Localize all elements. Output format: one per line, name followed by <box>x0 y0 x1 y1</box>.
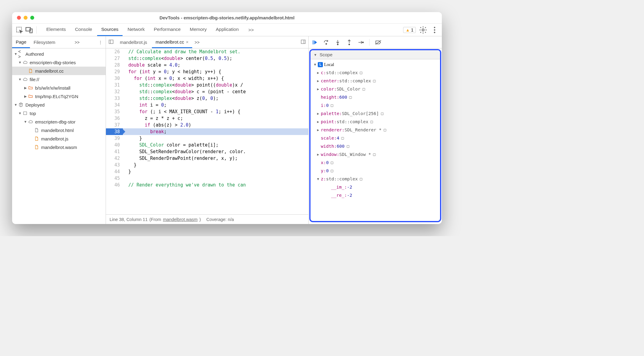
scope-variable[interactable]: __re_: -2 <box>310 191 440 199</box>
more-tabs-button[interactable]: >> <box>244 24 258 36</box>
code-line[interactable]: 39 } <box>106 135 308 142</box>
editor-tab-mandelbrot-js[interactable]: mandelbrot.js <box>116 37 151 48</box>
scope-variable[interactable]: scale: 4 <box>310 134 440 142</box>
close-tab-icon[interactable]: × <box>186 39 189 44</box>
debugger-sidebar: ▼Scope ▼LLocal ▶c: std::complex▶center: … <box>309 36 442 224</box>
scope-variable[interactable]: height: 600 <box>310 93 440 101</box>
scope-header[interactable]: ▼Scope <box>310 50 440 59</box>
inspect-icon[interactable] <box>15 26 24 34</box>
editor-tab-mandelbrot-cc[interactable]: mandelbrot.cc× <box>152 37 192 48</box>
navigator-kebab-icon[interactable]: ⋮ <box>95 40 106 45</box>
code-line[interactable]: 45 <box>106 175 308 182</box>
code-line[interactable]: 38 break; <box>106 128 308 135</box>
scope-body: ▼LLocal ▶c: std::complex▶center: std::co… <box>310 59 440 221</box>
code-line[interactable]: 34 int i = 0; <box>106 102 308 108</box>
tab-page[interactable]: Page <box>12 37 30 48</box>
step-into-icon[interactable] <box>335 39 341 45</box>
tab-network[interactable]: Network <box>123 24 149 36</box>
scope-variable[interactable]: ▶renderer: SDL_Renderer * <box>310 126 440 134</box>
folder-icon <box>28 85 33 91</box>
tab-sources[interactable]: Sources <box>97 24 123 36</box>
code-line[interactable]: 27 std::complex<double> center(0.5, 0.5)… <box>106 55 308 62</box>
device-toolbar-icon[interactable] <box>25 26 33 34</box>
settings-gear-icon[interactable] <box>419 26 427 34</box>
navigator-more-button[interactable]: >> <box>72 40 83 45</box>
tab-memory[interactable]: Memory <box>186 24 211 36</box>
scope-variable[interactable]: __im_: -2 <box>310 183 440 191</box>
folder-icon <box>28 94 33 99</box>
svg-rect-35 <box>363 88 365 90</box>
tree-section-deployed[interactable]: ▼Deployed <box>12 101 106 109</box>
file-orange-icon <box>28 68 33 74</box>
code-editor[interactable]: 26 // Calculate and draw the Mandelbrot … <box>106 48 308 214</box>
resume-icon[interactable] <box>312 39 318 45</box>
step-icon[interactable] <box>358 39 364 45</box>
svg-point-4 <box>434 27 435 28</box>
tab-console[interactable]: Console <box>71 24 97 36</box>
step-out-icon[interactable] <box>346 39 352 45</box>
tab-performance[interactable]: Performance <box>150 24 185 36</box>
code-line[interactable]: 33 std::complex<double> z(0, 0); <box>106 95 308 102</box>
code-line[interactable]: 40 SDL_Color color = palette[i]; <box>106 142 308 148</box>
scope-variable[interactable]: width: 600 <box>310 142 440 150</box>
code-line[interactable]: 35 for (; i < MAX_ITER_COUNT - 1; i++) { <box>106 108 308 115</box>
code-line[interactable]: 26 // Calculate and draw the Mandelbrot … <box>106 48 308 55</box>
warnings-badge[interactable]: ▲1 <box>403 27 416 33</box>
scope-variable[interactable]: y: 0 <box>310 167 440 175</box>
scope-variable[interactable]: x: 0 <box>310 159 440 167</box>
scope-variable[interactable]: ▶point: std::complex <box>310 118 440 126</box>
tree-folder-install[interactable]: ▶b/s/w/ir/x/w/install <box>12 84 106 92</box>
tree-file-mandelbrot-js[interactable]: mandelbrot.js <box>12 134 106 143</box>
navigator-tabs: Page Filesystem >> ⋮ <box>12 36 106 48</box>
code-line[interactable]: 42 SDL_RenderDrawPoint(renderer, x, y); <box>106 155 308 162</box>
tree-cloud-domain[interactable]: ▼emscripten-dbg-stories <box>12 58 106 67</box>
editor-statusbar: Line 38, Column 11 (From mandelbrot.wasm… <box>106 214 308 224</box>
scope-variable[interactable]: ▶palette: SDL_Color[256] <box>310 110 440 118</box>
code-line[interactable]: 28 double scale = 4.0; <box>106 62 308 68</box>
editor-more-tabs[interactable]: >> <box>195 40 199 45</box>
tree-cloud-file[interactable]: ▼file:// <box>12 75 106 84</box>
tree-file-mandelbrot-cc[interactable]: mandelbrot.cc <box>12 67 106 75</box>
tab-filesystem[interactable]: Filesystem <box>30 37 59 48</box>
svg-rect-12 <box>313 40 314 44</box>
step-over-icon[interactable] <box>323 39 329 45</box>
tree-file-mandelbrot-html[interactable]: mandelbrot.html <box>12 126 106 134</box>
code-line[interactable]: 46 // Render everything we've drawn to t… <box>106 182 308 188</box>
deactivate-breakpoints-icon[interactable] <box>375 39 382 45</box>
code-line[interactable]: 41 SDL_SetRenderDrawColor(renderer, colo… <box>106 148 308 155</box>
code-line[interactable]: 43 } <box>106 162 308 168</box>
scope-variable[interactable]: ▶window: SDL_Window * <box>310 150 440 159</box>
source-map-link[interactable]: mandelbrot.wasm <box>163 217 197 222</box>
code-line[interactable]: 29 for (int y = 0; y < height; y++) { <box>106 68 308 75</box>
tree-folder-tmp[interactable]: ▶tmp/tmp.ELcTq2YGN <box>12 92 106 101</box>
scope-variable[interactable]: ▶center: std::complex <box>310 77 440 85</box>
tree-file-mandelbrot-wasm[interactable]: mandelbrot.wasm <box>12 143 106 151</box>
code-line[interactable]: 37 if (abs(z) > 2.0) <box>106 122 308 128</box>
code-line[interactable]: 31 std::complex<double> point((double)x … <box>106 82 308 88</box>
code-line[interactable]: 44 } <box>106 168 308 175</box>
kebab-menu-icon[interactable] <box>430 26 439 34</box>
scope-variable[interactable]: i: 0 <box>310 101 440 110</box>
code-line[interactable]: 30 for (int x = 0; x < width; x++) { <box>106 75 308 82</box>
svg-rect-77 <box>341 137 344 139</box>
scope-local-header[interactable]: ▼LLocal <box>310 61 440 69</box>
scope-variable[interactable]: ▶color: SDL_Color <box>310 85 440 93</box>
tree-cloud-deployed[interactable]: ▼emscripten-dbg-stor <box>12 117 106 126</box>
frame-icon <box>22 110 28 116</box>
scope-variable[interactable]: ▶c: std::complex <box>310 69 440 77</box>
file-icon <box>34 127 39 133</box>
toggle-debugger-icon[interactable] <box>301 39 306 45</box>
code-brackets-icon: < > <box>18 51 24 57</box>
zoom-window-icon[interactable] <box>30 16 34 20</box>
code-line[interactable]: 36 z = z * z + c; <box>106 115 308 122</box>
close-window-icon[interactable] <box>17 16 21 20</box>
tab-elements[interactable]: Elements <box>42 24 70 36</box>
scope-variable[interactable]: ▼z: std::complex <box>310 175 440 183</box>
tree-top[interactable]: ▼top <box>12 109 106 117</box>
minimize-window-icon[interactable] <box>24 16 28 20</box>
toggle-navigator-icon[interactable] <box>108 39 114 45</box>
svg-rect-7 <box>24 112 27 114</box>
tab-application[interactable]: Application <box>212 24 243 36</box>
code-line[interactable]: 32 std::complex<double> c = (point - cen… <box>106 88 308 95</box>
tree-section-authored[interactable]: ▼< >Authored <box>12 50 106 58</box>
